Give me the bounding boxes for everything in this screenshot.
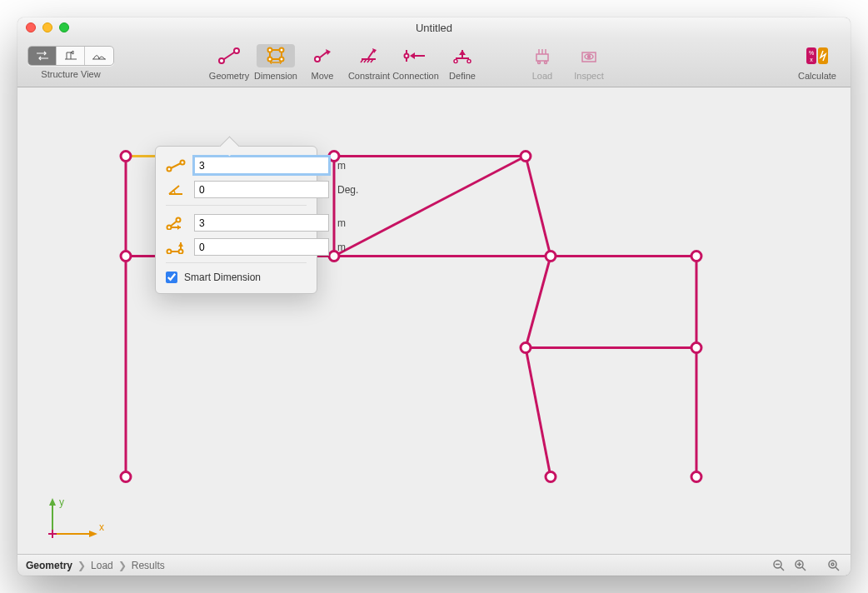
- chevron-right-icon: ❯: [118, 560, 127, 571]
- toolbar: Structure View Geometry Dimension Move C…: [17, 37, 851, 87]
- constraint-tool[interactable]: Constraint: [346, 44, 392, 81]
- svg-marker-93: [177, 225, 181, 230]
- structure-drawing: [17, 87, 851, 554]
- svg-point-97: [179, 249, 183, 253]
- svg-text:y: y: [59, 496, 64, 508]
- svg-line-62: [526, 348, 551, 477]
- load-icon: [531, 47, 554, 65]
- svg-line-107: [836, 567, 839, 571]
- calculate-icon: % x: [804, 46, 831, 66]
- axes-indicator: y x: [42, 494, 109, 544]
- x-icon: [166, 215, 186, 232]
- svg-point-34: [454, 59, 457, 62]
- x-unit: m: [337, 217, 346, 229]
- define-tool[interactable]: Define: [439, 44, 486, 81]
- svg-line-53: [526, 157, 551, 257]
- define-icon: [451, 47, 474, 65]
- svg-point-74: [546, 472, 556, 482]
- geometry-tool[interactable]: Geometry: [206, 44, 252, 81]
- y-input[interactable]: [194, 238, 329, 256]
- svg-marker-30: [410, 52, 415, 59]
- angle-unit: Deg.: [337, 184, 358, 196]
- structure-view-label: Structure View: [41, 69, 100, 79]
- svg-point-91: [177, 217, 181, 222]
- svg-point-28: [405, 53, 409, 57]
- canvas[interactable]: y x m Deg. m: [17, 87, 851, 554]
- move-tool[interactable]: Move: [299, 44, 346, 81]
- status-bar: Geometry ❯ Load ❯ Results: [17, 554, 851, 576]
- svg-point-70: [691, 252, 701, 262]
- svg-point-35: [467, 59, 471, 62]
- view-mode-2[interactable]: [57, 47, 85, 65]
- svg-point-10: [234, 48, 239, 53]
- svg-point-108: [831, 563, 834, 566]
- svg-line-20: [368, 50, 374, 58]
- crumb-results[interactable]: Results: [132, 560, 165, 571]
- calculate-button[interactable]: % x Calculate: [794, 44, 841, 81]
- y-icon: [166, 239, 186, 256]
- structure-view-segmented[interactable]: [27, 46, 114, 66]
- connection-icon: [403, 47, 428, 65]
- zoom-in-button[interactable]: [792, 557, 809, 574]
- svg-point-9: [219, 58, 224, 63]
- svg-marker-77: [49, 498, 56, 506]
- svg-point-40: [538, 61, 541, 63]
- svg-marker-33: [459, 50, 466, 55]
- y-unit: m: [337, 242, 346, 253]
- window-title: Untitled: [17, 22, 851, 34]
- moment-icon: [91, 50, 107, 62]
- svg-line-18: [320, 52, 327, 57]
- view-mode-3[interactable]: [85, 47, 113, 65]
- svg-line-103: [802, 567, 806, 571]
- svg-point-44: [588, 55, 591, 57]
- connection-tool[interactable]: Connection: [392, 44, 439, 81]
- crumb-load[interactable]: Load: [91, 560, 113, 571]
- svg-text:x: x: [810, 57, 813, 62]
- inspect-tool[interactable]: Inspect: [566, 44, 612, 81]
- dimension-icon: [264, 47, 287, 65]
- length-unit: m: [337, 160, 346, 172]
- chevron-right-icon: ❯: [77, 560, 86, 571]
- smart-dimension-check-input[interactable]: [166, 272, 177, 283]
- svg-point-106: [829, 561, 836, 568]
- svg-point-64: [121, 152, 131, 162]
- crumb-geometry[interactable]: Geometry: [26, 560, 72, 571]
- svg-rect-36: [536, 54, 548, 61]
- angle-input[interactable]: [194, 181, 329, 198]
- structure-view-group: Structure View: [27, 46, 114, 79]
- constraint-icon: [357, 47, 381, 65]
- svg-point-66: [521, 152, 531, 162]
- svg-point-72: [691, 343, 701, 353]
- smart-dimension-checkbox[interactable]: Smart Dimension: [166, 272, 307, 283]
- load-tool[interactable]: Load: [519, 44, 566, 81]
- svg-point-67: [121, 252, 131, 262]
- svg-line-52: [334, 157, 526, 257]
- zoom-controls: [771, 557, 842, 574]
- dimension-popover: m Deg. m m Smart Dimension: [155, 146, 317, 294]
- svg-point-92: [167, 225, 172, 229]
- tool-buttons: Geometry Dimension Move Constraint Conne…: [206, 44, 486, 81]
- svg-point-69: [546, 252, 556, 262]
- view-mode-1[interactable]: [28, 47, 57, 65]
- dimension-tool[interactable]: Dimension: [252, 44, 299, 81]
- svg-point-73: [121, 472, 131, 482]
- svg-point-12: [268, 47, 272, 52]
- inspect-icon: [577, 47, 601, 65]
- title-bar: Untitled: [17, 17, 851, 37]
- x-input[interactable]: [194, 214, 329, 232]
- breadcrumb: Geometry ❯ Load ❯ Results: [26, 560, 165, 571]
- length-input[interactable]: [194, 157, 329, 174]
- svg-point-13: [280, 47, 284, 52]
- svg-point-75: [691, 472, 701, 482]
- svg-text:x: x: [99, 521, 104, 533]
- svg-marker-98: [178, 242, 183, 247]
- zoom-out-button[interactable]: [771, 557, 787, 574]
- zoom-fit-button[interactable]: [826, 557, 842, 574]
- line-icon: [217, 47, 241, 65]
- length-icon: [166, 157, 186, 174]
- svg-point-41: [545, 61, 547, 63]
- svg-point-71: [521, 343, 531, 353]
- nodes-icon: [62, 50, 79, 62]
- svg-point-86: [181, 160, 185, 164]
- svg-point-85: [167, 167, 172, 171]
